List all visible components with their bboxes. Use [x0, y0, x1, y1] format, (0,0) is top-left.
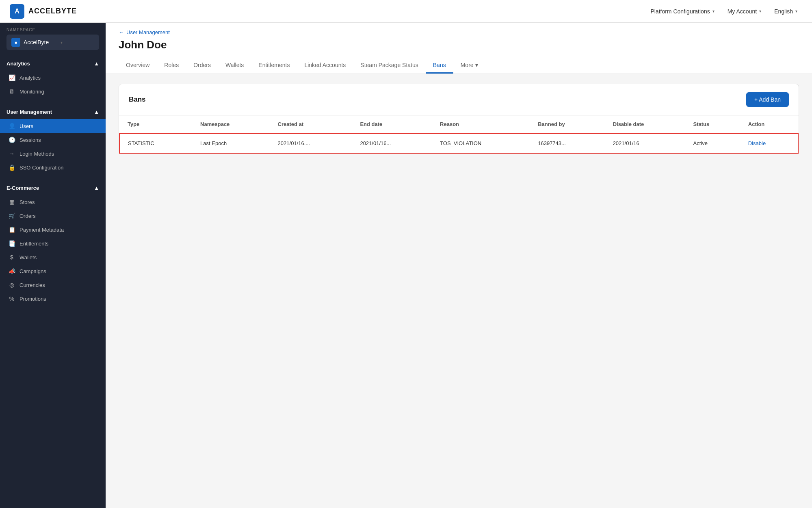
chevron-up-icon: ▲: [94, 185, 99, 191]
sidebar-section-header-analytics[interactable]: Analytics ▲: [0, 56, 106, 71]
entitlements-icon: 📑: [8, 240, 15, 247]
col-banned-by: Banned by: [530, 115, 604, 133]
content-area: Bans + Add Ban Type Namespace Created at…: [106, 74, 812, 164]
chevron-down-icon: ▾: [475, 62, 478, 68]
col-action: Action: [740, 115, 798, 133]
chevron-down-icon: ▾: [759, 9, 761, 13]
row-type: STATISTIC: [119, 133, 192, 153]
page-header: ← User Management John Doe Overview Role…: [106, 23, 812, 74]
monitoring-icon: 🖥: [8, 88, 15, 95]
sidebar-section-ecommerce: E-Commerce ▲ ▦ Stores 🛒 Orders 📋 Payment…: [0, 178, 106, 309]
bans-table: Type Namespace Created at End date Reaso…: [119, 115, 799, 154]
namespace-icon: ■: [11, 38, 20, 47]
row-end-date: 2021/01/16...: [352, 133, 432, 153]
row-reason: TOS_VIOLATION: [432, 133, 530, 153]
chevron-down-icon: ▾: [61, 40, 94, 45]
sidebar-item-sessions[interactable]: 🕐 Sessions: [0, 133, 106, 147]
col-status: Status: [685, 115, 740, 133]
col-end-date: End date: [352, 115, 432, 133]
namespace-selector[interactable]: ■ AccelByte ▾: [6, 35, 99, 50]
currencies-icon: ◎: [8, 282, 15, 288]
col-reason: Reason: [432, 115, 530, 133]
tab-more[interactable]: More ▾: [453, 58, 485, 74]
bans-table-container: Type Namespace Created at End date Reaso…: [119, 115, 799, 154]
promotions-icon: %: [8, 295, 15, 302]
add-ban-button[interactable]: + Add Ban: [746, 92, 789, 107]
chevron-down-icon: ▾: [795, 9, 797, 13]
breadcrumb[interactable]: ← User Management: [119, 29, 799, 35]
language-dropdown[interactable]: English ▾: [769, 6, 802, 17]
col-type: Type: [119, 115, 192, 133]
disable-action-button[interactable]: Disable: [748, 140, 766, 146]
wallets-icon: $: [8, 254, 15, 261]
users-icon: 👤: [8, 123, 15, 129]
logo-icon: A: [10, 4, 24, 19]
tab-linked-accounts[interactable]: Linked Accounts: [297, 58, 353, 74]
namespace-label: NAMESPACE: [6, 28, 99, 32]
table-header-row: Type Namespace Created at End date Reaso…: [119, 115, 798, 133]
bans-title: Bans: [129, 96, 146, 104]
payment-icon: 📋: [8, 226, 15, 233]
tab-overview[interactable]: Overview: [119, 58, 157, 74]
sidebar-item-campaigns[interactable]: 📣 Campaigns: [0, 264, 106, 278]
my-account-dropdown[interactable]: My Account ▾: [723, 6, 766, 17]
col-disable-date: Disable date: [605, 115, 685, 133]
sidebar-item-login-methods[interactable]: → Login Methods: [0, 147, 106, 161]
namespace-name: AccelByte: [24, 39, 57, 46]
tab-orders[interactable]: Orders: [186, 58, 218, 74]
breadcrumb-parent: User Management: [126, 29, 170, 35]
main-content: ← User Management John Doe Overview Role…: [106, 23, 812, 508]
sidebar-item-analytics[interactable]: 📈 Analytics: [0, 71, 106, 85]
sidebar: NAMESPACE ■ AccelByte ▾ Analytics ▲ 📈 An…: [0, 23, 106, 508]
row-namespace: Last Epoch: [192, 133, 270, 153]
sidebar-item-promotions[interactable]: % Promotions: [0, 292, 106, 306]
app-logo[interactable]: A ACCELBYTE: [10, 4, 77, 19]
row-status: Active: [685, 133, 740, 153]
sidebar-item-sso-configuration[interactable]: 🔒 SSO Configuration: [0, 161, 106, 174]
tabs-container: Overview Roles Orders Wallets Entitlemen…: [119, 58, 799, 74]
sso-icon: 🔒: [8, 164, 15, 171]
sidebar-item-monitoring[interactable]: 🖥 Monitoring: [0, 85, 106, 98]
sidebar-item-currencies[interactable]: ◎ Currencies: [0, 278, 106, 292]
chevron-down-icon: ▾: [712, 9, 715, 13]
page-title: John Doe: [119, 39, 799, 51]
row-banned-by: 16397743...: [530, 133, 604, 153]
app-name: ACCELBYTE: [28, 7, 77, 15]
sidebar-section-header-ecommerce[interactable]: E-Commerce ▲: [0, 181, 106, 195]
bans-card: Bans + Add Ban Type Namespace Created at…: [119, 84, 799, 154]
sidebar-item-payment-metadata[interactable]: 📋 Payment Metadata: [0, 223, 106, 237]
tab-steam-package-status[interactable]: Steam Package Status: [353, 58, 425, 74]
sidebar-item-wallets[interactable]: $ Wallets: [0, 250, 106, 264]
col-namespace: Namespace: [192, 115, 270, 133]
sidebar-item-stores[interactable]: ▦ Stores: [0, 195, 106, 209]
col-created-at: Created at: [270, 115, 352, 133]
sidebar-section-user-management: User Management ▲ 👤 Users 🕐 Sessions → L…: [0, 102, 106, 178]
sidebar-item-users[interactable]: 👤 Users: [0, 119, 106, 133]
chevron-up-icon: ▲: [94, 109, 99, 115]
row-created-at: 2021/01/16....: [270, 133, 352, 153]
chevron-up-icon: ▲: [94, 61, 99, 67]
tab-roles[interactable]: Roles: [157, 58, 186, 74]
platform-config-dropdown[interactable]: Platform Configurations ▾: [645, 6, 719, 17]
analytics-icon: 📈: [8, 74, 15, 81]
sessions-icon: 🕐: [8, 137, 15, 143]
row-disable-date: 2021/01/16: [605, 133, 685, 153]
tab-wallets[interactable]: Wallets: [218, 58, 251, 74]
login-methods-icon: →: [8, 150, 15, 157]
namespace-section: NAMESPACE ■ AccelByte ▾: [0, 23, 106, 53]
sidebar-section-header-user-management[interactable]: User Management ▲: [0, 105, 106, 119]
tab-bans[interactable]: Bans: [426, 58, 453, 74]
breadcrumb-arrow: ←: [119, 29, 124, 35]
stores-icon: ▦: [8, 199, 15, 205]
row-action: Disable: [740, 133, 798, 153]
tab-entitlements[interactable]: Entitlements: [251, 58, 297, 74]
sidebar-item-orders[interactable]: 🛒 Orders: [0, 209, 106, 223]
orders-icon: 🛒: [8, 213, 15, 219]
top-navigation: A ACCELBYTE Platform Configurations ▾ My…: [0, 0, 812, 23]
bans-card-header: Bans + Add Ban: [119, 84, 799, 115]
campaigns-icon: 📣: [8, 268, 15, 274]
sidebar-section-analytics: Analytics ▲ 📈 Analytics 🖥 Monitoring: [0, 53, 106, 102]
sidebar-item-entitlements[interactable]: 📑 Entitlements: [0, 237, 106, 250]
table-row: STATISTIC Last Epoch 2021/01/16.... 2021…: [119, 133, 798, 153]
